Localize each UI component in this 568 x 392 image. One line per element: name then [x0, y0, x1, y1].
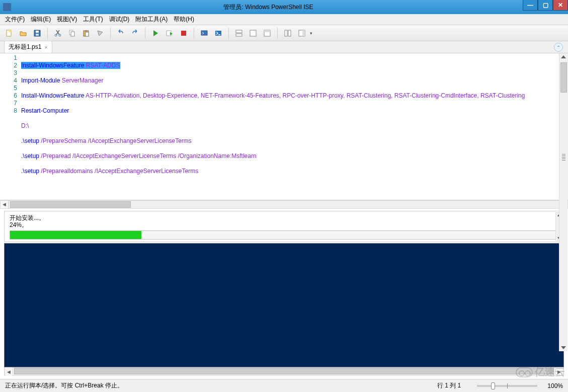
layout-script-icon[interactable] [247, 27, 259, 39]
status-zoom: 100% [547, 382, 563, 389]
svg-rect-1 [9, 30, 11, 32]
tabstrip: 无标题1.ps1 × ⌃ [0, 41, 568, 53]
redo-icon[interactable] [129, 27, 141, 39]
menu-edit[interactable]: 编辑(E) [28, 14, 54, 25]
svg-point-5 [55, 34, 57, 36]
line-number: 4 [0, 77, 17, 85]
separator-icon [277, 28, 278, 39]
tab-close-icon[interactable]: × [44, 44, 47, 50]
scroll-up-icon[interactable] [561, 55, 566, 58]
layout-console-icon[interactable] [261, 27, 273, 39]
scroll-thumb[interactable] [10, 201, 131, 208]
menu-help[interactable]: 帮助(H) [171, 14, 197, 25]
remote-icon[interactable] [198, 27, 210, 39]
svg-point-6 [59, 34, 61, 36]
app-icon [3, 3, 11, 11]
paste-icon[interactable] [80, 27, 92, 39]
svg-rect-3 [36, 31, 39, 33]
code-line: .\setup /PrepareSchema /IAcceptExchangeS… [21, 137, 559, 145]
progress-fill [10, 231, 141, 239]
separator-icon [194, 28, 194, 39]
scroll-track[interactable] [13, 367, 555, 376]
line-number: 7 [0, 100, 17, 107]
line-number: 2 [0, 62, 17, 69]
svg-rect-18 [250, 30, 256, 36]
svg-rect-11 [86, 32, 89, 36]
progress-panel: 开始安装...。 24%。 ▴▾ [4, 211, 563, 242]
window-controls: — ▢ ✕ [523, 0, 568, 14]
command-pane-icon[interactable] [282, 27, 294, 39]
scroll-right-icon[interactable]: ▶ [555, 367, 563, 376]
line-number: 3 [0, 69, 17, 77]
menu-addons[interactable]: 附加工具(A) [132, 14, 171, 25]
slider-tick [507, 383, 508, 388]
run-selection-icon[interactable] [164, 27, 176, 39]
addon-pane-icon[interactable] [296, 27, 308, 39]
new-file-icon[interactable] [3, 27, 15, 39]
code-line: .\setup /Preparead /IAcceptExchangeServe… [21, 152, 559, 160]
powershell-icon[interactable] [212, 27, 224, 39]
scroll-track[interactable] [9, 200, 559, 209]
tab-untitled1[interactable]: 无标题1.ps1 × [4, 41, 52, 53]
titlebar: 管理员: Windows PowerShell ISE — ▢ ✕ [0, 0, 568, 14]
menu-view[interactable]: 视图(V) [54, 14, 80, 25]
svg-rect-24 [302, 30, 305, 36]
zoom-slider[interactable] [477, 385, 537, 387]
line-number-gutter: 1 2 3 4 5 6 7 8 [0, 53, 20, 200]
layout-both-icon[interactable] [233, 27, 245, 39]
menu-tools[interactable]: 工具(T) [80, 14, 106, 25]
code-line: Import-Module ServerManager [21, 77, 559, 85]
svg-rect-20 [264, 30, 270, 32]
separator-icon [47, 28, 48, 39]
clear-icon[interactable] [94, 27, 106, 39]
scroll-left-icon[interactable]: ◀ [0, 200, 9, 209]
undo-icon[interactable] [115, 27, 127, 39]
line-number: 1 [0, 54, 17, 62]
separator-icon [110, 28, 111, 39]
svg-rect-22 [288, 30, 291, 36]
toolbar-overflow-icon[interactable]: ▾ [310, 31, 315, 36]
code-line: .\setup /Preparealldomains /IAcceptExcha… [21, 168, 559, 175]
copy-icon[interactable] [66, 27, 78, 39]
toolbar: ▾ [0, 25, 568, 41]
scroll-grip-icon [562, 154, 565, 161]
svg-rect-16 [236, 30, 242, 33]
scroll-down-icon[interactable] [561, 346, 566, 349]
statusbar: 正在运行脚本/选择。可按 Ctrl+Break 停止。 行 1 列 1 100% [0, 379, 568, 392]
svg-rect-8 [71, 32, 74, 36]
console-pane[interactable] [4, 243, 564, 367]
close-button[interactable]: ✕ [553, 0, 568, 11]
run-icon[interactable] [149, 27, 161, 39]
svg-rect-4 [36, 34, 39, 36]
code-line: Install-WindowsFeature RSAT-ADDS [21, 62, 559, 69]
svg-rect-14 [201, 31, 207, 35]
svg-rect-10 [85, 30, 87, 32]
editor: 1 2 3 4 5 6 7 8 Install-WindowsFeature R… [0, 53, 568, 200]
line-number: 8 [0, 107, 17, 115]
console-horizontal-scrollbar[interactable]: ◀ ▶ [4, 367, 564, 376]
save-icon[interactable] [31, 27, 43, 39]
window-title: 管理员: Windows PowerShell ISE [14, 3, 523, 12]
scroll-thumb[interactable] [14, 368, 554, 374]
svg-rect-21 [285, 30, 287, 36]
progress-bar [10, 230, 557, 240]
separator-icon [228, 28, 229, 39]
collapse-script-pane-icon[interactable]: ⌃ [554, 43, 563, 52]
progress-text2: 24%。 [10, 221, 557, 228]
code-line: D:\ [21, 122, 559, 130]
editor-horizontal-scrollbar[interactable]: ◀ ▶ [0, 200, 568, 209]
menu-file[interactable]: 文件(F) [2, 14, 28, 25]
cut-icon[interactable] [52, 27, 64, 39]
stop-icon[interactable] [178, 27, 190, 39]
outer-vertical-scrollbar[interactable] [559, 53, 567, 351]
slider-knob[interactable] [491, 382, 495, 389]
minimize-button[interactable]: — [523, 0, 538, 11]
scroll-thumb[interactable] [560, 62, 567, 93]
menu-debug[interactable]: 调试(D) [106, 14, 133, 25]
code-area[interactable]: Install-WindowsFeature RSAT-ADDS Import-… [20, 53, 559, 200]
open-file-icon[interactable] [17, 27, 29, 39]
maximize-button[interactable]: ▢ [538, 0, 553, 11]
scroll-left-icon[interactable]: ◀ [5, 367, 13, 376]
svg-rect-13 [181, 31, 186, 36]
tab-label: 无标题1.ps1 [9, 43, 41, 51]
